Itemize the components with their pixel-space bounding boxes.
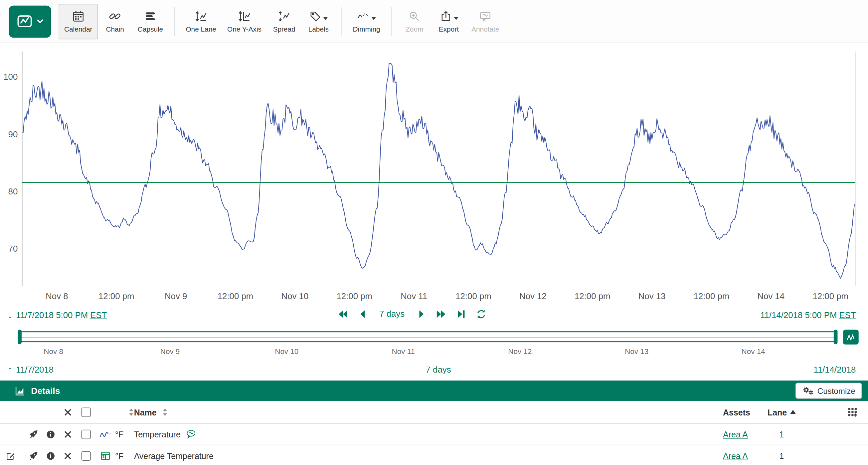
x-axis-label: 12:00 pm: [98, 292, 134, 301]
item-info-button[interactable]: [45, 429, 55, 439]
toolbar-separator: [341, 7, 342, 36]
one-y-axis-button[interactable]: One Y-Axis: [222, 4, 267, 39]
x-axis-label: 12:00 pm: [218, 292, 253, 301]
investigate-range-bar: ↑11/7/2018 7 days 11/14/2018: [0, 363, 868, 377]
x-axis-label: Nov 11: [401, 292, 427, 301]
x-axis-label: Nov 9: [165, 292, 187, 301]
details-table-header: Name Assets Lane: [0, 401, 868, 424]
calculation-type-icon: [95, 451, 115, 461]
trend-view-menu-button[interactable]: [9, 5, 51, 38]
slider-date-label: Nov 11: [392, 347, 415, 356]
remove-all-button[interactable]: [64, 408, 71, 416]
spread-icon: [278, 10, 290, 23]
signal-name[interactable]: Temperature: [134, 429, 181, 439]
unit-of-measure: °F: [115, 429, 134, 439]
investigate-rocket-button[interactable]: [28, 429, 39, 439]
rocket-icon: [28, 429, 39, 439]
spread-button[interactable]: Spread: [267, 4, 302, 39]
row-checkbox[interactable]: [81, 429, 91, 439]
range-navigation-controls: 7 days: [337, 308, 487, 320]
x-axis-label: Nov 12: [519, 292, 547, 301]
slider-date-label: Nov 9: [160, 347, 180, 356]
sort-unit-button[interactable]: [128, 408, 134, 416]
info-icon: [45, 451, 55, 460]
row-checkbox[interactable]: [81, 451, 91, 460]
dimming-button[interactable]: Dimming: [347, 4, 385, 39]
range-slider-selection[interactable]: [19, 331, 836, 342]
sort-name-button[interactable]: [162, 408, 168, 416]
temperature-series-line[interactable]: [22, 63, 855, 278]
x-axis-label: Nov 8: [45, 292, 68, 301]
skip-to-end-button[interactable]: [456, 308, 466, 320]
export-button[interactable]: Export: [432, 4, 466, 39]
lane-column-header[interactable]: Lane: [760, 407, 804, 417]
asset-link[interactable]: Area A: [723, 451, 748, 460]
x-icon: [64, 430, 71, 438]
add-column-button[interactable]: [847, 406, 858, 418]
chain-view-button[interactable]: Chain: [98, 4, 132, 39]
slider-chart-toggle-button[interactable]: [843, 330, 859, 345]
annotation-bubble-button[interactable]: [186, 429, 197, 439]
sort-ascending-icon: [790, 410, 796, 414]
zoom-button[interactable]: Zoom: [397, 4, 432, 39]
x-axis-label: 12:00 pm: [336, 292, 372, 301]
slider-handle-right[interactable]: [834, 329, 838, 344]
gears-icon: [802, 386, 813, 395]
range-duration-label[interactable]: 7 days: [377, 309, 407, 319]
display-range-end[interactable]: 11/14/2018 5:00 PMEST: [760, 310, 856, 320]
remove-item-button[interactable]: [64, 452, 71, 459]
slider-date-labels: Nov 8Nov 9Nov 10Nov 11Nov 12Nov 13Nov 14: [19, 347, 836, 357]
slider-date-label: Nov 10: [275, 347, 299, 356]
y-axis-label: 100: [3, 72, 18, 81]
calendar-icon: [72, 10, 85, 23]
slider-date-label: Nov 8: [43, 347, 63, 356]
asset-link[interactable]: Area A: [723, 429, 748, 439]
signal-row-temperature: °F Temperature Area A 1: [0, 424, 868, 445]
investigate-duration-label[interactable]: 7 days: [426, 365, 451, 375]
dimming-signal-icon: [357, 10, 370, 23]
tag-icon: [309, 10, 322, 23]
x-icon: [64, 452, 71, 459]
edit-formula-button[interactable]: [6, 451, 16, 461]
one-lane-button[interactable]: One Lane: [180, 4, 222, 39]
chevron-down-icon: [36, 19, 43, 24]
item-info-button[interactable]: [45, 451, 55, 460]
x-axis-label: 12:00 pm: [575, 292, 610, 301]
details-table: Name Assets Lane: [0, 401, 868, 465]
lane-value: 1: [760, 429, 804, 439]
slider-date-label: Nov 12: [508, 347, 532, 356]
info-icon: [45, 429, 55, 439]
calendar-time-button[interactable]: Calendar: [59, 4, 98, 39]
investigate-rocket-button[interactable]: [28, 451, 39, 461]
annotate-button[interactable]: Annotate: [466, 4, 505, 39]
area-chart-icon: [14, 385, 25, 396]
assets-column-header[interactable]: Assets: [716, 407, 760, 417]
labels-button[interactable]: Labels: [302, 4, 336, 39]
customize-button[interactable]: Customize: [795, 383, 862, 399]
investigate-range-end[interactable]: 11/14/2018: [813, 365, 856, 375]
remove-item-button[interactable]: [64, 430, 71, 438]
fast-forward-button[interactable]: [435, 308, 446, 320]
speech-bubble-icon: [479, 10, 492, 23]
fast-rewind-button[interactable]: [337, 308, 348, 320]
step-back-button[interactable]: [357, 308, 368, 320]
line-chart-logo-icon: [16, 14, 33, 29]
x-axis-label: 12:00 pm: [694, 292, 730, 301]
select-all-checkbox[interactable]: [81, 407, 91, 417]
refresh-button[interactable]: [475, 308, 487, 320]
caret-down-icon: [323, 17, 328, 20]
workbench-window: Calendar Chain Capsule: [0, 0, 868, 465]
investigate-range-start[interactable]: ↑11/7/2018: [8, 365, 54, 375]
sort-arrows-icon: [128, 408, 134, 416]
details-panel-header: Details: [0, 380, 868, 401]
display-range-start[interactable]: ↓11/7/2018 5:00 PMEST: [8, 310, 107, 320]
trend-chart[interactable]: 708090100Nov 812:00 pmNov 912:00 pmNov 1…: [0, 43, 868, 310]
signal-name[interactable]: Average Temperature: [134, 451, 214, 460]
capsule-time-button[interactable]: Capsule: [132, 4, 169, 39]
step-forward-button[interactable]: [415, 308, 427, 320]
comment-bubble-icon: [186, 429, 197, 439]
slider-handle-left[interactable]: [18, 329, 22, 344]
x-axis-label: Nov 10: [281, 292, 309, 301]
slider-date-label: Nov 14: [742, 347, 765, 356]
chain-icon: [109, 10, 121, 23]
